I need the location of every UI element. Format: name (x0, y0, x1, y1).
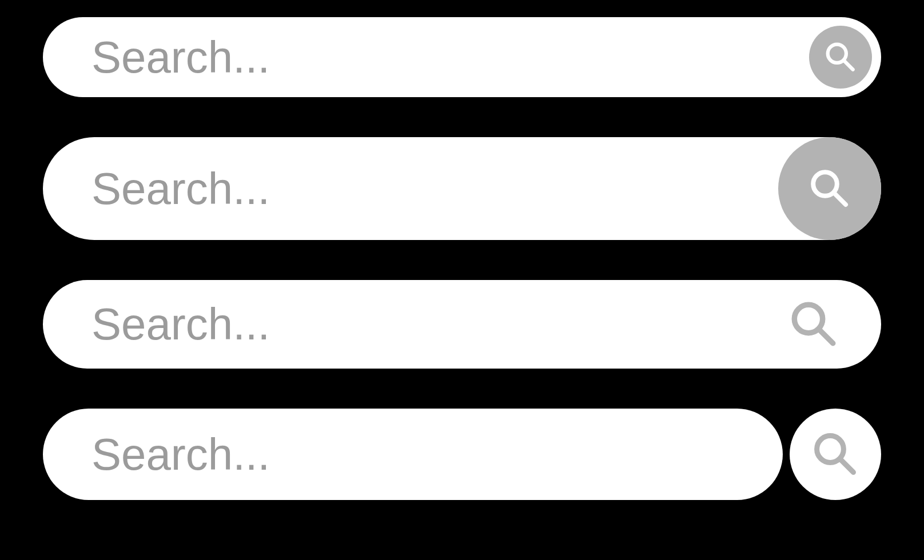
search-icon (787, 297, 841, 351)
search-bar-4-row (43, 409, 881, 500)
search-input-3[interactable] (91, 298, 787, 350)
search-input-1[interactable] (91, 31, 809, 83)
search-icon (810, 429, 861, 480)
search-bar-4 (43, 409, 783, 500)
search-icon (823, 39, 858, 75)
svg-line-5 (819, 330, 833, 343)
svg-line-3 (834, 193, 846, 205)
search-bar-1 (43, 17, 881, 97)
search-button-3[interactable] (787, 297, 841, 351)
svg-line-1 (844, 61, 853, 70)
search-button-2[interactable] (778, 137, 881, 240)
search-bar-3 (43, 280, 881, 369)
search-button-1[interactable] (809, 26, 872, 89)
search-button-4[interactable] (790, 409, 881, 500)
search-icon (807, 166, 853, 211)
search-input-4[interactable] (91, 429, 760, 481)
search-bar-2 (43, 137, 881, 240)
search-input-2[interactable] (91, 163, 778, 215)
svg-line-7 (841, 459, 854, 473)
